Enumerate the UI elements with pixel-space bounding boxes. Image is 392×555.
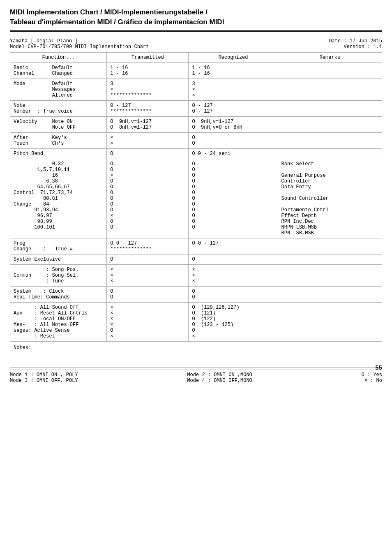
table-row: : Song Pos. Common : Song Sel. : Tune× ×… [10,264,382,286]
cell-transmitted-2: 0 - 127 ************** [107,100,189,116]
table-row: : All Sound Off Aux : Reset All Cntrls :… [10,302,382,341]
cell-remarks-5 [278,148,382,159]
cell-remarks-8 [278,254,382,264]
col-header-recognized: Recognized [189,52,278,62]
cell-recognized-11: O (120,126,127) O (121) O (122) O (123 -… [189,302,278,341]
cell-remarks-4 [278,132,382,148]
cell-function-1: Mode Default Messages Altered [10,79,107,100]
table-row: System : Clock Real Time: CommandsO OO O [10,286,382,302]
cell-recognized-6: O O O O O O O O O O O O [189,159,278,238]
cell-transmitted-0: 1 - 16 1 - 16 [107,62,189,79]
table-row: Basic Default Channel Changed1 - 16 1 - … [10,62,382,79]
table-row: Note Number : True voice0 - 127 ********… [10,100,382,116]
cell-function-7: Prog Change : True # [10,238,107,254]
cell-function-11: : All Sound Off Aux : Reset All Cntrls :… [10,302,107,341]
date-info: Date : 17-Jun-2015 Version : 1.1 [329,38,382,50]
cell-remarks-0 [278,62,382,79]
cell-remarks-2 [278,100,382,116]
cell-remarks-6: Bank Select General Purpose Controller D… [278,159,382,238]
cell-remarks-9 [278,264,382,286]
page-number: 55 [375,365,382,371]
cell-remarks-3 [278,116,382,132]
cell-function-3: Velocity Note ON Note OFF [10,116,107,132]
cell-recognized-9: × × × [189,264,278,286]
cell-function-2: Note Number : True voice [10,100,107,116]
footer-modes-col2: Mode 2 : OMNI ON ,MONO Mode 4 : OMNI OFF… [187,372,252,384]
cell-transmitted-7: O 0 - 127 ************** [107,238,189,254]
cell-remarks-10 [278,286,382,302]
cell-transmitted-3: O 9nH,v=1-127 O 8nH,v=1-127 [107,116,189,132]
cell-transmitted-1: 3 × ************** [107,79,189,100]
cell-recognized-5: O 0 - 24 semi [189,148,278,159]
cell-recognized-10: O O [189,286,278,302]
cell-recognized-1: 3 × × [189,79,278,100]
table-row: Mode Default Messages Altered3 × *******… [10,79,382,100]
table-row: Velocity Note ON Note OFFO 9nH,v=1-127 O… [10,116,382,132]
midi-table: Function... Transmitted Recognized Remar… [10,52,382,342]
cell-recognized-7: O 0 - 127 [189,238,278,254]
cell-transmitted-8: O [107,254,189,264]
cell-remarks-1 [278,79,382,100]
col-header-remarks: Remarks [278,52,382,62]
cell-transmitted-11: × × × × O × [107,302,189,341]
footer-modes: Mode 1 : OMNI ON , POLY Mode 3 : OMNI OF… [10,370,382,384]
table-row: Pitch BendOO 0 - 24 semi [10,148,382,159]
table-row: After Key's Touch Ch's× ×O O [10,132,382,148]
col-header-function: Function... [10,52,107,62]
footer-legend: O : Yes × : No [362,372,382,384]
cell-recognized-8: O [189,254,278,264]
cell-transmitted-5: O [107,148,189,159]
footer: Mode 1 : OMNI ON , POLY Mode 3 : OMNI OF… [10,370,382,384]
cell-function-10: System : Clock Real Time: Commands [10,286,107,302]
cell-remarks-7 [278,238,382,254]
cell-function-5: Pitch Bend [10,148,107,159]
model-info: Yamaha [ Digial Piano ] Model CVP-701/70… [10,38,149,50]
cell-transmitted-4: × × [107,132,189,148]
cell-function-0: Basic Default Channel Changed [10,62,107,79]
cell-transmitted-9: × × × [107,264,189,286]
cell-function-9: : Song Pos. Common : Song Sel. : Tune [10,264,107,286]
cell-transmitted-10: O O [107,286,189,302]
notes-label: Notes: [14,345,31,351]
cell-recognized-2: 0 - 127 0 - 127 [189,100,278,116]
cell-recognized-0: 1 - 16 1 - 16 [189,62,278,79]
footer-modes-col1: Mode 1 : OMNI ON , POLY Mode 3 : OMNI OF… [10,372,78,384]
cell-function-8: System Exclusive [10,254,107,264]
cell-function-4: After Key's Touch Ch's [10,132,107,148]
page-title: MIDI Implementation Chart / MIDI-Impleme… [10,7,382,32]
col-header-transmitted: Transmitted [107,52,189,62]
cell-recognized-3: O 9nH,v=1-127 O 9nH,v=0 or 8nH [189,116,278,132]
cell-recognized-4: O O [189,132,278,148]
notes-section: Notes: [10,342,382,368]
cell-remarks-11 [278,302,382,341]
table-row: Prog Change : True #O 0 - 127 **********… [10,238,382,254]
table-row: 0,32 1,5,7,10,11 16 6,38 64,65,66,67 Con… [10,159,382,238]
cell-function-6: 0,32 1,5,7,10,11 16 6,38 64,65,66,67 Con… [10,159,107,238]
cell-transmitted-6: O O × O O O O O O × O O [107,159,189,238]
table-row: System ExclusiveOO [10,254,382,264]
